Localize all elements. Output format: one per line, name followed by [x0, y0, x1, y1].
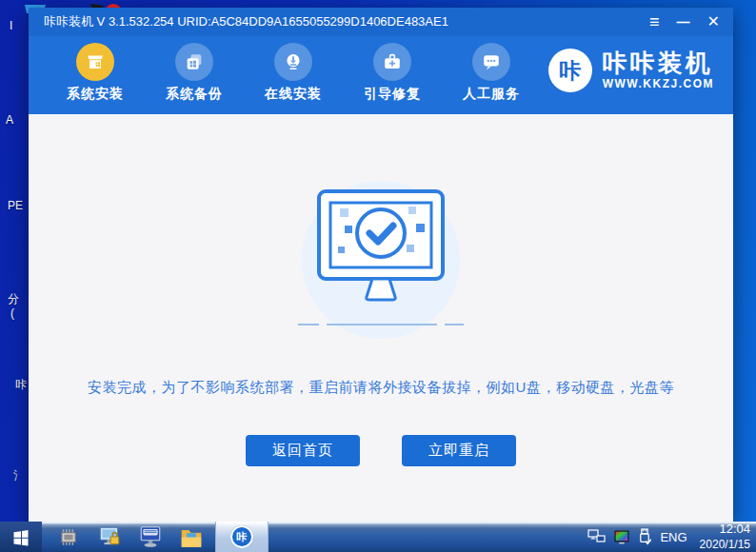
- nav-item-label: 人工服务: [463, 86, 520, 103]
- nav-item-label: 系统安装: [67, 86, 124, 103]
- desktop-label-fragment: 氵: [13, 468, 25, 484]
- restart-now-button[interactable]: 立即重启: [402, 435, 516, 466]
- support-chat-icon: [472, 43, 510, 81]
- desktop-label-fragment: 咔: [15, 377, 27, 393]
- desktop-label-fragment: I: [10, 19, 12, 32]
- tray-date: 2020/1/15: [700, 538, 750, 552]
- taskbar-kaka-app-button[interactable]: 咔: [215, 522, 269, 552]
- display-color-icon[interactable]: [614, 530, 629, 544]
- desktop-label-fragment: A: [6, 113, 13, 127]
- minimize-icon[interactable]: —: [677, 15, 690, 29]
- desktop-label-fragment: 分: [8, 291, 19, 307]
- online-download-icon: [274, 43, 312, 81]
- desktop-label-fragment: PE: [8, 199, 23, 212]
- system-tray: ENG 12:04 2020/1/15: [587, 522, 756, 552]
- backup-windows-icon: [175, 43, 213, 81]
- nav-item-system-install[interactable]: 系统安装: [46, 43, 145, 103]
- taskbar: 咔: [0, 522, 756, 552]
- brand-logo: 咔 咔咔装机 WWW.KKZJ.COM: [548, 43, 724, 92]
- return-home-button[interactable]: 返回首页: [246, 435, 360, 466]
- kaka-app-icon: 咔: [230, 525, 253, 548]
- brand-name: 咔咔装机: [603, 50, 714, 75]
- kaka-installer-window: 咔咔装机 V 3.1.532.254 URID:A5C84DD9A1655055…: [29, 8, 733, 522]
- taskbar-memory-chip-icon[interactable]: [54, 522, 83, 552]
- desktop-label-fragment: (: [10, 306, 14, 320]
- close-icon[interactable]: ✕: [707, 14, 720, 30]
- taskbar-folder-icon[interactable]: [177, 522, 206, 552]
- completion-message: 安装完成，为了不影响系统部署，重启前请将外接设备拔掉，例如U盘，移动硬盘，光盘等: [29, 379, 733, 397]
- brand-website: WWW.KKZJ.COM: [603, 77, 714, 90]
- boot-repair-icon: [373, 43, 411, 81]
- taskbar-screen-lock-icon[interactable]: [95, 522, 124, 552]
- titlebar: 咔咔装机 V 3.1.532.254 URID:A5C84DD9A1655055…: [29, 8, 733, 36]
- success-monitor-illustration: [302, 181, 460, 339]
- nav-header: 系统安装 系统备份 在线安装: [29, 36, 733, 114]
- start-button[interactable]: [0, 522, 42, 552]
- nav-item-support-service[interactable]: 人工服务: [442, 43, 541, 103]
- main-content: 安装完成，为了不影响系统部署，重启前请将外接设备拔掉，例如U盘，移动硬盘，光盘等…: [29, 114, 733, 522]
- network-icon[interactable]: [587, 529, 606, 544]
- nav-item-label: 系统备份: [166, 86, 223, 103]
- language-indicator[interactable]: ENG: [660, 530, 686, 544]
- usb-eject-icon[interactable]: [638, 528, 651, 545]
- nav-item-label: 引导修复: [364, 86, 421, 103]
- install-box-icon: [76, 43, 114, 81]
- nav-item-label: 在线安装: [265, 86, 322, 103]
- nav-item-boot-repair[interactable]: 引导修复: [343, 43, 442, 103]
- nav-item-online-install[interactable]: 在线安装: [244, 43, 343, 103]
- kaka-logo-icon: 咔: [548, 49, 592, 92]
- tray-time: 12:04: [700, 522, 750, 538]
- clock[interactable]: 12:04 2020/1/15: [696, 522, 750, 552]
- taskbar-system-keyboard-icon[interactable]: [136, 522, 165, 552]
- window-title: 咔咔装机 V 3.1.532.254 URID:A5C84DD9A1655055…: [44, 13, 448, 30]
- windows-logo-icon: [11, 527, 30, 546]
- check-monitor-icon: [290, 184, 471, 336]
- nav-item-system-backup[interactable]: 系统备份: [145, 43, 244, 103]
- menu-icon[interactable]: ≡: [649, 13, 660, 30]
